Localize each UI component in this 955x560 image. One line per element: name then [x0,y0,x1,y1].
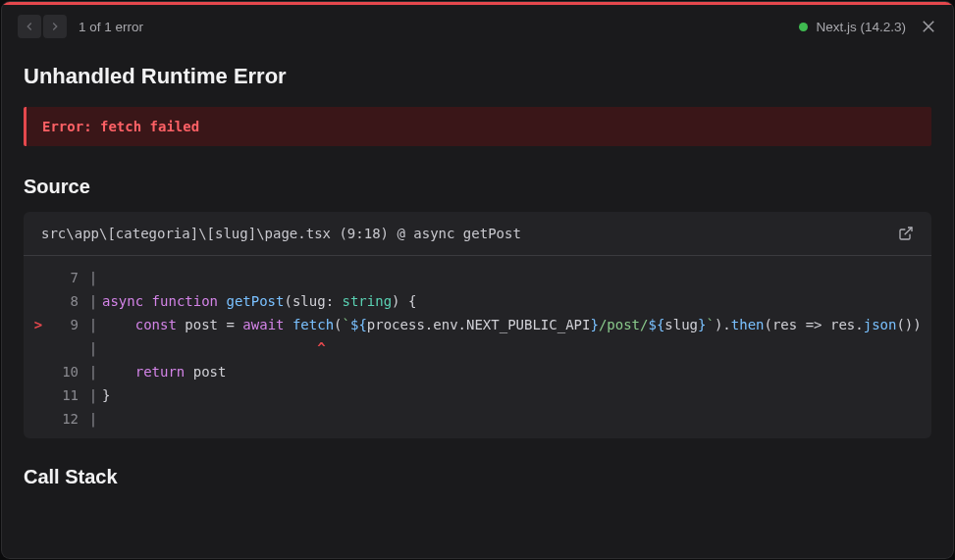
code-line: 10| return post [24,360,931,383]
error-title: Unhandled Runtime Error [24,64,931,89]
error-count: 1 of 1 error [79,20,143,34]
framework-version: Next.js (14.2.3) [799,20,906,34]
status-dot-icon [799,23,808,31]
close-button[interactable] [920,18,937,35]
content: Unhandled Runtime Error Error: fetch fai… [2,48,953,488]
external-link-icon [898,226,914,241]
source-card: src\app\[categoria]\[slug]\page.tsx (9:1… [24,212,931,438]
code-line: >9| const post = await fetch(`${process.… [24,313,931,336]
topbar-right: Next.js (14.2.3) [799,18,937,35]
source-section-title: Source [24,176,931,198]
framework-version-label: Next.js (14.2.3) [816,20,906,34]
chevron-left-icon [23,20,36,33]
chevron-right-icon [48,20,62,33]
error-nav [18,15,67,38]
next-error-button[interactable] [43,15,67,38]
topbar-left: 1 of 1 error [18,15,143,38]
error-message-box: Error: fetch failed [24,107,931,146]
code-line: 7| [24,266,931,289]
svg-line-2 [905,228,912,234]
topbar: 1 of 1 error Next.js (14.2.3) [2,5,953,48]
code-line: | ^ [24,336,931,360]
open-in-editor-button[interactable] [898,226,914,241]
code-line: 11|} [24,383,931,407]
source-location: src\app\[categoria]\[slug]\page.tsx (9:1… [41,226,521,241]
prev-error-button[interactable] [18,15,41,38]
close-icon [920,18,937,35]
error-overlay: 1 of 1 error Next.js (14.2.3) Unhandled … [2,2,953,558]
code-line: 8|async function getPost(slug: string) { [24,289,931,313]
code-wrap: 7|8|async function getPost(slug: string)… [24,256,931,438]
code-line: 12| [24,407,931,431]
source-header: src\app\[categoria]\[slug]\page.tsx (9:1… [24,212,931,256]
error-message: Error: fetch failed [42,119,199,134]
code-table: 7|8|async function getPost(slug: string)… [24,266,931,431]
code-scroll[interactable]: 7|8|async function getPost(slug: string)… [24,256,931,438]
callstack-section-title: Call Stack [24,466,931,488]
